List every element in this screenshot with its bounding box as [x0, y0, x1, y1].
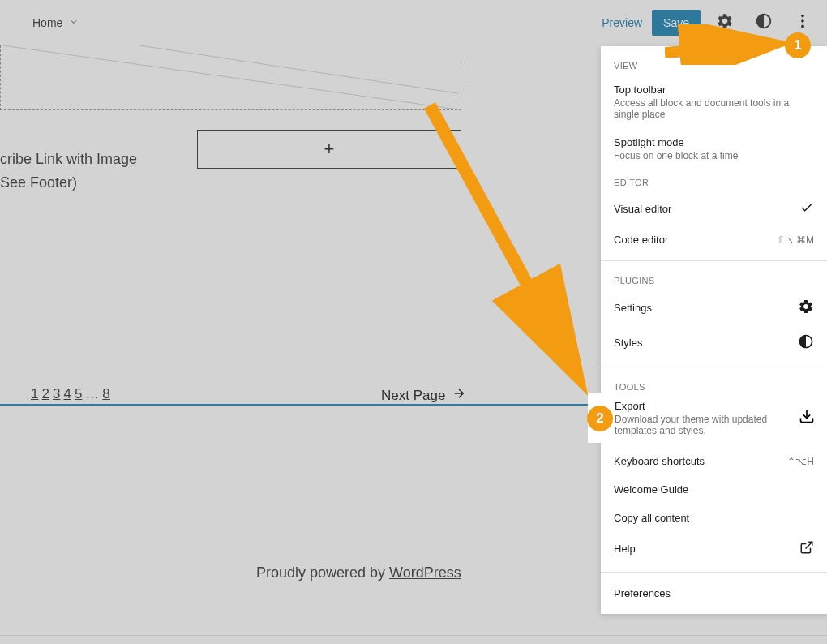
svg-point-0 — [801, 15, 804, 18]
settings-label: Settings — [614, 302, 652, 314]
help-option[interactable]: Help — [601, 532, 827, 565]
page-dots: … — [85, 386, 99, 402]
plus-icon: + — [324, 139, 335, 160]
image-placeholder[interactable] — [0, 45, 461, 110]
welcome-label: Welcome Guide — [614, 483, 688, 496]
preferences-option[interactable]: Preferences — [601, 579, 827, 608]
subscribe-text[interactable]: cribe Link with Image See Footer) — [0, 148, 137, 195]
help-label: Help — [614, 543, 636, 555]
page-8[interactable]: 8 — [102, 386, 109, 402]
copy-label: Copy all content — [614, 512, 689, 524]
page-1[interactable]: 1 — [31, 386, 38, 402]
svg-point-2 — [801, 25, 804, 28]
svg-line-9 — [665, 45, 770, 53]
top-toolbar-option[interactable]: Top toolbar Access all block and documen… — [601, 75, 827, 128]
page-3[interactable]: 3 — [53, 386, 60, 402]
subscribe-line-1: cribe Link with Image — [0, 148, 137, 171]
subscribe-line-2: See Footer) — [0, 171, 137, 195]
keyboard-shortcuts-option[interactable]: Keyboard shortcuts ⌃⌥H — [601, 447, 827, 475]
styles-option[interactable]: Styles — [601, 325, 827, 360]
gear-icon — [798, 298, 814, 317]
keyboard-shortcut: ⌃⌥H — [787, 456, 814, 467]
welcome-guide-option[interactable]: Welcome Guide — [601, 475, 827, 504]
svg-line-3 — [3, 45, 459, 109]
export-label: Export — [615, 400, 799, 412]
footer-credit[interactable]: Proudly powered by WordPress — [256, 565, 461, 582]
code-editor-label: Code editor — [614, 234, 668, 246]
home-label: Home — [32, 16, 62, 29]
options-dropdown: VIEW Top toolbar Access all block and do… — [601, 46, 827, 614]
page-2[interactable]: 2 — [41, 386, 49, 402]
check-icon — [799, 200, 814, 217]
page-5[interactable]: 5 — [75, 386, 82, 402]
chevron-down-icon — [69, 16, 79, 29]
spotlight-label: Spotlight mode — [614, 136, 814, 148]
code-editor-option[interactable]: Code editor ⇧⌥⌘M — [601, 225, 827, 254]
download-icon — [799, 408, 815, 427]
editor-section-header: EDITOR — [601, 170, 827, 192]
more-vertical-icon — [794, 12, 812, 33]
annotation-arrow-1 — [665, 24, 795, 65]
footer-divider — [0, 635, 827, 636]
visual-editor-label: Visual editor — [614, 203, 671, 215]
visual-editor-option[interactable]: Visual editor — [601, 192, 827, 225]
top-toolbar-label: Top toolbar — [614, 84, 814, 96]
spotlight-desc: Focus on one block at a time — [614, 150, 814, 161]
annotation-badge-2: 2 — [587, 406, 613, 431]
page-4[interactable]: 4 — [63, 386, 71, 402]
spotlight-option[interactable]: Spotlight mode Focus on one block at a t… — [601, 128, 827, 170]
export-desc: Download your theme with updated templat… — [615, 414, 799, 436]
keyboard-label: Keyboard shortcuts — [614, 455, 705, 467]
copy-all-option[interactable]: Copy all content — [601, 504, 827, 532]
svg-line-4 — [139, 45, 458, 93]
home-dropdown[interactable]: Home — [32, 16, 79, 29]
svg-line-11 — [430, 105, 576, 373]
footer-prefix: Proudly powered by — [256, 565, 389, 581]
annotation-arrow-2 — [414, 97, 600, 397]
export-option[interactable]: Export Download your theme with updated … — [588, 393, 827, 443]
preview-link[interactable]: Preview — [602, 16, 642, 29]
pagination[interactable]: 1 2 3 4 5 … 8 — [31, 386, 110, 402]
contrast-icon — [798, 333, 814, 352]
settings-option[interactable]: Settings — [601, 290, 827, 325]
top-toolbar-desc: Access all block and document tools in a… — [614, 97, 814, 120]
code-shortcut: ⇧⌥⌘M — [777, 234, 814, 246]
annotation-badge-1: 1 — [785, 32, 811, 58]
plugins-section-header: PLUGINS — [601, 268, 827, 290]
preferences-label: Preferences — [614, 587, 671, 599]
svg-line-6 — [806, 542, 812, 548]
external-link-icon — [799, 540, 814, 557]
svg-point-1 — [801, 19, 804, 23]
styles-label: Styles — [614, 337, 642, 349]
footer-link[interactable]: WordPress — [389, 565, 461, 581]
